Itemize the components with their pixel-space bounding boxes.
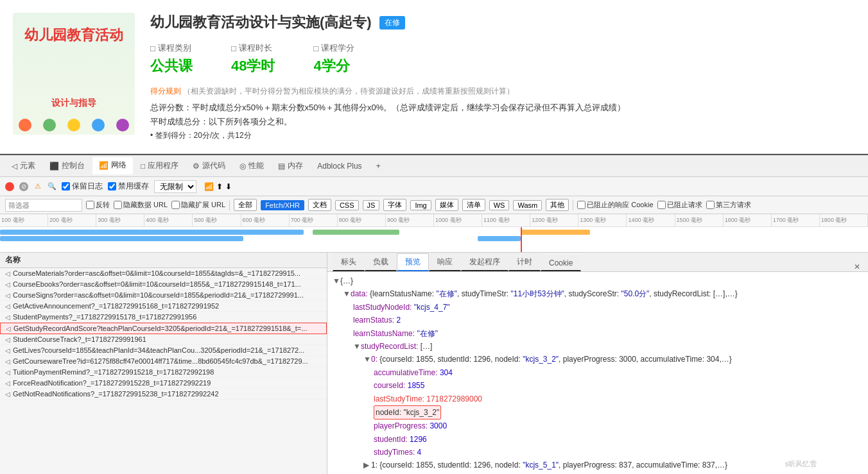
network-item-8[interactable]: ◁ GetCoursewareTree?id=61275f88cff47e000… [0, 356, 327, 367]
tab-more[interactable]: + [370, 159, 387, 173]
tab-cookie[interactable]: Cookie [541, 255, 581, 271]
filter-font-btn[interactable]: 字体 [383, 199, 406, 211]
record1-toggle[interactable]: ▶ [363, 459, 371, 471]
tab-timing[interactable]: 计时 [508, 253, 541, 271]
filter-wasm-btn[interactable]: Wasm [513, 200, 542, 210]
filter-sep1 [229, 200, 230, 210]
search-button[interactable]: 🔍 [48, 182, 56, 191]
arrow-5: ◁ [6, 325, 11, 332]
tab-adblock[interactable]: Adblock Plus [311, 159, 368, 173]
preview-close-btn[interactable]: ✕ [851, 262, 863, 271]
tick-1000: 1000 毫秒 [434, 214, 482, 226]
blocked-req-label[interactable]: 已阻止请求 [657, 200, 702, 210]
preserve-log-label[interactable]: 保留日志 [62, 181, 103, 192]
course-meta: □ 课程类别 公共课 □ 课程时长 48学时 □ 课程学分 4学分 [150, 42, 855, 76]
blocked-req-checkbox[interactable] [657, 201, 666, 209]
tick-400: 400 毫秒 [144, 214, 193, 226]
warn-button[interactable]: ⚠ [33, 182, 42, 191]
json-learnStatusName: learnStatusName: "在修" [333, 327, 863, 340]
filter-img-btn[interactable]: Img [410, 200, 431, 210]
tab-response[interactable]: 响应 [429, 253, 461, 271]
tick-1200: 1200 毫秒 [530, 214, 578, 226]
arrow-6: ◁ [5, 336, 10, 343]
third-party-checkbox[interactable] [706, 201, 715, 209]
invert-checkbox[interactable] [86, 201, 94, 209]
clear-button[interactable]: ⊘ [19, 182, 28, 191]
network-panel: 名称 ◁ CourseMaterials?order=asc&offset=0&… [0, 253, 327, 474]
devtools-filter-bar: 反转 隐藏数据 URL 隐藏扩展 URL 全部 Fetch/XHR 文档 CSS… [0, 196, 868, 214]
json-nodeId-row: nodeId: "kcjs_3_2" [333, 405, 863, 419]
deco5 [116, 119, 129, 131]
filter-other-btn[interactable]: 其他 [546, 199, 569, 211]
tab-initiator[interactable]: 发起程序 [461, 253, 508, 271]
tab-application[interactable]: □ 应用程序 [134, 158, 185, 174]
filter-fetchxhr-btn[interactable]: Fetch/XHR [261, 200, 304, 210]
filter-media-btn[interactable]: 媒体 [435, 199, 458, 211]
third-party-label[interactable]: 第三方请求 [706, 200, 751, 210]
throttle-select[interactable]: 无限制 [154, 180, 196, 193]
json-learnStatus: learnStatus: 2 [333, 314, 863, 326]
network-item-4[interactable]: ◁ StudentPayments?_=17182729915178_t=171… [0, 312, 327, 323]
network-item-5-highlighted[interactable]: ◁ GetStudyRecordAndScore?teachPlanCourse… [0, 323, 327, 334]
tab-elements[interactable]: ◁ 元素 [5, 158, 42, 174]
credit-value: 4学分 [313, 56, 354, 76]
tab-performance[interactable]: ◎ 性能 [233, 158, 270, 174]
network-item-0[interactable]: ◁ CourseMaterials?order=asc&offset=0&lim… [0, 268, 327, 279]
filter-clear-btn[interactable]: 清单 [462, 199, 485, 211]
arrow-4: ◁ [5, 314, 10, 321]
credit-icon: □ [313, 44, 318, 53]
preserve-log-checkbox[interactable] [62, 182, 70, 190]
hide-data-url-checkbox[interactable] [114, 201, 122, 209]
network-item-9[interactable]: ◁ TuitionPaymentRemind?_=17182729915218_… [0, 367, 327, 378]
data-toggle[interactable]: ▼ [343, 287, 351, 300]
json-data-row: ▼ data: {learnStatusName: "在修", studyTim… [333, 287, 863, 300]
network-item-6[interactable]: ◁ StudentCourseTrack?_t=17182729991961 [0, 334, 327, 345]
json-record-0: ▼ 0: {courseId: 1855, studentId: 1296, n… [333, 353, 863, 366]
studyRecordList-toggle[interactable]: ▼ [353, 340, 361, 353]
filter-css-btn[interactable]: CSS [335, 200, 359, 210]
network-item-7[interactable]: ◁ GetLives?courseId=1855&teachPlanId=34&… [0, 345, 327, 356]
blocked-cookie-checkbox[interactable] [577, 201, 586, 209]
hide-data-url-label[interactable]: 隐藏数据 URL [114, 200, 168, 210]
filter-ws-btn[interactable]: WS [489, 200, 510, 210]
arrow-0: ◁ [5, 270, 10, 277]
regular-score: 平时成绩总分：以下所列各项分之和。 [150, 116, 855, 128]
network-item-11[interactable]: ◁ GetNotReadNotifications?_=171827299152… [0, 389, 327, 400]
tick-600: 600 毫秒 [241, 214, 290, 226]
tab-memory[interactable]: ▤ 内存 [272, 158, 309, 174]
network-item-3[interactable]: ◁ GetActiveAnnouncement?_=17182729915168… [0, 301, 327, 312]
network-item-2[interactable]: ◁ CourseSigns?order=asc&offset=0&limit=1… [0, 290, 327, 301]
filter-input[interactable] [5, 199, 82, 212]
filter-js-btn[interactable]: JS [363, 200, 380, 210]
filter-all-btn[interactable]: 全部 [234, 199, 257, 211]
record-button[interactable] [5, 182, 14, 191]
network-list[interactable]: ◁ CourseMaterials?order=asc&offset=0&lim… [0, 268, 327, 474]
hide-extension-label[interactable]: 隐藏扩展 URL [171, 200, 225, 210]
network-icon: 📶 [99, 161, 108, 170]
blocked-cookie-label[interactable]: 已阻止的响应 Cookie [577, 200, 653, 210]
network-panel-header: 名称 [0, 253, 327, 268]
record0-toggle[interactable]: ▼ [363, 353, 371, 366]
arrow-1: ◁ [5, 281, 10, 288]
tab-network[interactable]: 📶 网络 [92, 157, 133, 174]
disable-cache-label[interactable]: 禁用缓存 [108, 181, 149, 192]
hide-extension-checkbox[interactable] [171, 201, 180, 209]
invert-checkbox-label[interactable]: 反转 [86, 200, 110, 210]
network-item-1[interactable]: ◁ CourseEbooks?order=asc&offset=0&limit=… [0, 279, 327, 290]
perf-icon: ◎ [239, 162, 246, 171]
app-icon: □ [141, 162, 145, 171]
tick-1100: 1100 毫秒 [482, 214, 530, 226]
tab-preview[interactable]: 预览 [397, 253, 429, 271]
devtools-tabs: ◁ 元素 ⬛ 控制台 📶 网络 □ 应用程序 ⚙ 源代码 ◎ 性能 ▤ 内存 A… [0, 155, 868, 177]
deco2 [43, 119, 56, 131]
tick-200: 200 毫秒 [48, 214, 96, 226]
root-toggle[interactable]: ▼ [333, 275, 340, 287]
tab-sources[interactable]: ⚙ 源代码 [186, 158, 232, 174]
disable-cache-checkbox[interactable] [108, 182, 116, 190]
timeline-bar-2 [0, 236, 243, 241]
tab-console[interactable]: ⬛ 控制台 [43, 158, 91, 174]
tab-payload[interactable]: 负载 [365, 253, 397, 271]
network-item-10[interactable]: ◁ ForceReadNotification?_=17182729915228… [0, 378, 327, 389]
tab-headers[interactable]: 标头 [333, 253, 365, 271]
filter-doc-btn[interactable]: 文档 [308, 199, 331, 211]
